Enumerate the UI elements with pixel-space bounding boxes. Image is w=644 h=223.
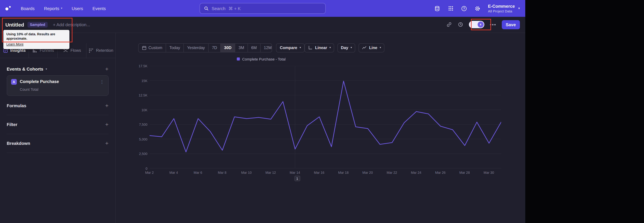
- section-breakdown-label: Breakdown: [7, 141, 30, 146]
- scale-dropdown[interactable]: Linear ▾: [305, 43, 334, 52]
- granularity-label: Day: [341, 45, 348, 50]
- date-30d-button[interactable]: 30D: [220, 44, 235, 52]
- section-filter: Filter +: [7, 115, 108, 134]
- date-3m-button[interactable]: 3M: [235, 44, 247, 52]
- x-axis-label: Mar 6: [194, 171, 202, 174]
- mixpanel-app-window: Boards Reports▾ Users Events Search ⌘ + …: [0, 0, 525, 223]
- history-clock-icon[interactable]: [458, 22, 464, 28]
- section-breakdown: Breakdown +: [7, 134, 108, 153]
- learn-more-link[interactable]: Learn More: [6, 42, 24, 46]
- y-axis-label: 12.5K: [139, 93, 148, 97]
- x-axis-label: Mar 20: [362, 171, 373, 174]
- date-today-button[interactable]: Today: [166, 44, 184, 52]
- project-scope: All Project Data: [488, 9, 515, 13]
- event-metric[interactable]: Count Total: [20, 87, 104, 91]
- chart-type-dropdown[interactable]: Line ▾: [359, 43, 384, 52]
- line-chart-svg: [150, 66, 501, 168]
- x-axis-label: Mar 16: [314, 171, 324, 174]
- y-axis-label: 17.5K: [139, 64, 148, 68]
- event-name[interactable]: Complete Purchase: [20, 79, 59, 84]
- nav-users-label: Users: [72, 6, 83, 11]
- nav-boards[interactable]: Boards: [21, 6, 34, 11]
- add-formula-button[interactable]: +: [105, 103, 108, 108]
- event-letter-badge: A: [11, 79, 17, 84]
- sampling-tooltip-text: Using 10% of data. Results are approxima…: [6, 32, 66, 41]
- x-axis-label: Mar 26: [435, 171, 446, 174]
- lightning-bolt-icon: [478, 22, 484, 28]
- granularity-dropdown[interactable]: Day ▾: [338, 43, 355, 52]
- x-axis-label: Mar 8: [218, 171, 226, 174]
- date-6m-button[interactable]: 6M: [248, 44, 260, 52]
- query-builder-content: Events & Cohorts ▾ + A Complete Purchase…: [0, 58, 115, 223]
- query-builder-sidebar: Insights Funnels Flows Retention: [0, 33, 116, 223]
- sampling-tooltip: Using 10% of data. Results are approxima…: [3, 30, 70, 49]
- add-breakdown-button[interactable]: +: [105, 140, 108, 146]
- y-axis-label: 15K: [142, 79, 148, 82]
- mixpanel-logo[interactable]: [5, 6, 12, 11]
- plot-area[interactable]: [150, 66, 501, 168]
- top-navbar: Boards Reports▾ Users Events Search ⌘ + …: [0, 0, 525, 17]
- y-axis-label: 5,000: [139, 138, 148, 141]
- x-axis-label: Mar 24: [411, 171, 421, 174]
- add-description-field[interactable]: + Add description...: [53, 22, 90, 27]
- x-axis: Mar 2Mar 4Mar 6Mar 8Mar 10Mar 12Mar 14Ma…: [150, 171, 501, 175]
- more-meatball-icon[interactable]: •••: [490, 22, 496, 27]
- date-custom-button[interactable]: Custom: [138, 44, 166, 52]
- report-header-actions: ••• Save: [446, 20, 520, 29]
- search-shortcut-hint: ⌘ + K: [228, 6, 241, 11]
- search-placeholder: Search: [212, 6, 226, 11]
- compare-label: Compare: [280, 45, 297, 50]
- events-cohorts-header[interactable]: Events & Cohorts ▾ +: [7, 66, 108, 72]
- date-7d-button[interactable]: 7D: [208, 44, 220, 52]
- sampled-badge[interactable]: Sampled: [28, 22, 48, 28]
- kebab-icon[interactable]: ⋮: [100, 79, 104, 84]
- x-axis-label: Mar 14: [290, 171, 300, 174]
- date-12m-button[interactable]: 12M: [260, 44, 272, 52]
- x-axis-label: Mar 28: [459, 171, 470, 174]
- project-selector-text: E-Commerce All Project Data: [488, 4, 515, 13]
- navbar-right-cluster: ? E-Commerce All Project Data ▾: [434, 4, 520, 13]
- events-cohorts-label: Events & Cohorts: [7, 66, 43, 71]
- date-yesterday-button[interactable]: Yesterday: [184, 44, 208, 52]
- view-controls: Linear ▾ Day ▾ Line ▾: [305, 43, 384, 52]
- add-filter-button[interactable]: +: [105, 122, 108, 127]
- report-header: Untitled Sampled + Add description... ••…: [0, 17, 525, 33]
- chevron-down-icon: ▾: [61, 7, 62, 10]
- nav-events[interactable]: Events: [92, 6, 106, 11]
- y-axis: 02,5005,0007,50010K12.5K15K17.5K: [138, 66, 148, 168]
- chart-legend[interactable]: Complete Purchase - Total: [116, 57, 406, 61]
- linear-axis-icon: [308, 45, 313, 50]
- nav-users[interactable]: Users: [72, 6, 83, 11]
- data-icon[interactable]: [434, 5, 440, 12]
- gear-icon[interactable]: [474, 5, 481, 12]
- chevron-down-icon: ▾: [351, 46, 352, 49]
- svg-text:?: ?: [463, 7, 465, 10]
- x-axis-label: Mar 22: [386, 171, 397, 174]
- nav-reports[interactable]: Reports▾: [44, 6, 62, 11]
- compare-dropdown[interactable]: Compare ▾: [276, 43, 304, 52]
- line-chart-icon: [362, 45, 367, 50]
- sampling-toggle[interactable]: [469, 21, 484, 28]
- x-axis-label: Mar 2: [145, 171, 154, 174]
- section-formulas: Formulas +: [7, 96, 108, 115]
- chevron-down-icon: ▾: [380, 46, 381, 49]
- save-button[interactable]: Save: [502, 20, 520, 29]
- y-axis-label: 10K: [142, 108, 148, 112]
- date-range-group: Custom Today Yesterday 7D 30D 3M 6M 12M: [138, 43, 272, 52]
- nav-boards-label: Boards: [21, 6, 34, 11]
- query-sections: Formulas + Filter + Breakdown +: [7, 96, 108, 153]
- report-title[interactable]: Untitled: [5, 22, 24, 28]
- search-input[interactable]: Search ⌘ + K: [200, 3, 326, 14]
- pagination-page-button[interactable]: 1: [294, 176, 300, 181]
- link-icon[interactable]: [446, 22, 452, 28]
- tab-retention-label: Retention: [96, 48, 113, 53]
- project-selector[interactable]: E-Commerce All Project Data ▾: [488, 4, 520, 13]
- tab-retention[interactable]: Retention: [87, 43, 115, 58]
- date-custom-label: Custom: [148, 45, 162, 50]
- apps-grid-icon[interactable]: [448, 5, 454, 12]
- chart-type-label: Line: [369, 45, 377, 50]
- section-formulas-label: Formulas: [7, 103, 26, 108]
- event-row-card[interactable]: A Complete Purchase ⋮ Count Total: [7, 75, 108, 96]
- help-icon[interactable]: ?: [461, 5, 467, 12]
- add-event-button[interactable]: +: [105, 66, 108, 72]
